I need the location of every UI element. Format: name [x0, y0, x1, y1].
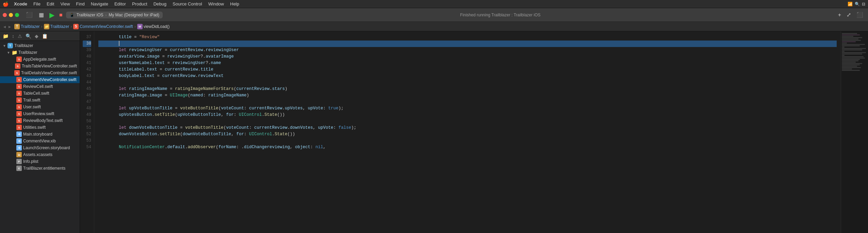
breadcrumb-file-icon: S — [73, 24, 79, 29]
stop-button[interactable]: ■ — [58, 11, 64, 19]
sidebar-item-group[interactable]: ▼ 📁 Trailblazer — [0, 49, 80, 56]
sidebar-item-commentvc[interactable]: S CommentViewController.swift — [0, 76, 80, 83]
sidebar-label-trail: Trail.swift — [23, 98, 40, 103]
editor-area: 37 38 39 40 41 42 43 44 45 46 47 48 49 5… — [80, 31, 868, 233]
sidebar-label-commentxib: CommentView.xib — [23, 139, 56, 143]
code-line-40: avatarView.image = reviewingUser?.avatar… — [98, 53, 837, 60]
swift-icon-user: S — [16, 104, 22, 110]
nav-back-button[interactable]: ◂ — [3, 24, 6, 29]
menubar-right: 📶 🔍 ⊟ — [848, 2, 865, 6]
search-icon-menu[interactable]: 🔍 — [855, 2, 860, 6]
menubar-debug[interactable]: Debug — [151, 1, 169, 7]
sidebar-label-appdelegate: AppDelegate.swift — [23, 57, 56, 62]
sidebar-item-entitlements[interactable]: E TrailBlazer.entitlements — [0, 165, 80, 172]
sidebar-item-mainstoryboard[interactable]: ⚙ Main.storyboard — [0, 131, 80, 138]
menubar-product[interactable]: Product — [129, 1, 150, 7]
sidebar-item-reviewbody[interactable]: S ReviewBodyText.swift — [0, 117, 80, 124]
sidebar-warning-icon[interactable]: ⚠ — [16, 33, 23, 40]
menubar-navigate[interactable]: Navigate — [88, 1, 111, 7]
library-button[interactable]: ⤢ — [845, 10, 853, 19]
menubar-help[interactable]: Help — [227, 1, 242, 7]
sidebar-item-launchstoryboard[interactable]: ⚙ LaunchScreen.storyboard — [0, 144, 80, 151]
sidebar-item-appdelegate[interactable]: S AppDelegate.swift — [0, 56, 80, 63]
code-line-37: title = "Review" — [98, 34, 837, 41]
swift-icon-tablecell: S — [16, 91, 22, 96]
sidebar-item-traildetails[interactable]: S TrailDetailsViewController.swift — [0, 69, 80, 76]
sidebar-folder-icon[interactable]: 📁 — [1, 33, 10, 40]
menubar-editor[interactable]: Editor — [112, 1, 129, 7]
breadcrumb-file[interactable]: CommentViewController.swift — [80, 24, 133, 29]
breadcrumb-method[interactable]: viewDidLoad() — [144, 24, 170, 29]
sidebar-source-control-icon[interactable]: ↕ — [11, 33, 16, 40]
sidebar-search-icon[interactable]: 🔍 — [24, 33, 33, 40]
line-num-42: 42 — [83, 66, 91, 73]
inspector-toggle-button[interactable]: ⬛ — [854, 10, 865, 19]
storyboard-icon-launch: ⚙ — [16, 145, 22, 151]
line-num-38: 38 — [83, 41, 91, 47]
storyboard-icon-main: ⚙ — [16, 131, 22, 137]
sidebar-item-trail[interactable]: S Trail.swift — [0, 97, 80, 104]
line-num-44: 44 — [83, 79, 91, 86]
nav-forward-button[interactable]: ▸ — [8, 24, 12, 29]
code-content[interactable]: title = "Review" let reviewingUser = cur… — [94, 31, 841, 233]
destination-label: My Mac (Designed for iPad) — [109, 13, 159, 17]
code-editor[interactable]: 37 38 39 40 41 42 43 44 45 46 47 48 49 5… — [80, 31, 868, 233]
menubar-source-control[interactable]: Source Control — [170, 1, 205, 7]
fullscreen-button[interactable] — [15, 13, 19, 17]
sidebar-item-tablecell[interactable]: S TableCell.swift — [0, 90, 80, 97]
menubar-view[interactable]: View — [58, 1, 73, 7]
line-num-46: 46 — [83, 92, 91, 99]
menubar-xcode[interactable]: Xcode — [11, 1, 30, 7]
minimize-button[interactable] — [9, 13, 13, 17]
project-icon: T — [7, 43, 13, 48]
breadcrumb-project-icon: T — [14, 24, 20, 29]
breadcrumb-folder[interactable]: Trailblazer — [50, 24, 69, 29]
file-tree: ▼ T Trailblazer ▼ 📁 Trailblazer S AppDel… — [0, 41, 80, 173]
swift-icon-userreview: S — [16, 111, 22, 117]
sidebar-item-trailstable[interactable]: S TrailsTableViewController.swift — [0, 63, 80, 69]
menubar-find[interactable]: Find — [73, 1, 87, 7]
control-center-icon[interactable]: ⊟ — [862, 2, 865, 6]
sidebar-item-plist[interactable]: P Info.plist — [0, 158, 80, 165]
tree-arrow-group: ▼ — [7, 51, 10, 55]
code-line-42: titleLabel.text = currentReview.title — [98, 66, 837, 73]
sidebar-item-user[interactable]: S User.swift — [0, 104, 80, 110]
sidebar-label-group: Trailblazer — [18, 50, 37, 55]
sidebar-toggle-button[interactable]: ⬛ — [24, 10, 35, 19]
sidebar-item-utilities[interactable]: S Utilities.swift — [0, 124, 80, 131]
scheme-selector[interactable]: 📱 Trailblazer iOS › My Mac (Designed for… — [66, 12, 163, 18]
sidebar-label-utilities: Utilities.swift — [23, 125, 46, 130]
close-button[interactable] — [3, 13, 7, 17]
code-line-48: let upVoteButtonTitle = voteButtonTitle(… — [98, 105, 837, 112]
sidebar-breakpoint-icon[interactable]: ◆ — [33, 33, 40, 40]
sidebar-item-root[interactable]: ▼ T Trailblazer — [0, 42, 80, 49]
line-num-54: 54 — [83, 144, 91, 151]
breadcrumb-project[interactable]: Trailblazer — [21, 24, 40, 29]
sidebar-label-userreview: UserReview.swift — [23, 111, 54, 116]
sidebar-item-reviewcell[interactable]: S ReviewCell.swift — [0, 83, 80, 90]
line-num-49: 49 — [83, 112, 91, 118]
sidebar-item-assets[interactable]: 🗂 Assets.xcassets — [0, 151, 80, 158]
sidebar-label-tablecell: TableCell.swift — [23, 91, 49, 96]
swift-icon-reviewcell: S — [16, 84, 22, 89]
group-icon: 📁 — [12, 50, 17, 55]
menubar-edit[interactable]: Edit — [44, 1, 57, 7]
status-icons: 📶 🔍 ⊟ — [848, 2, 865, 6]
apple-menu[interactable]: 🍎 — [3, 1, 9, 7]
sidebar-label-plist: Info.plist — [23, 159, 38, 164]
menubar-file[interactable]: File — [31, 1, 43, 7]
menubar: 🍎 Xcode File Edit View Find Navigate Edi… — [0, 0, 868, 8]
sidebar-item-userreview[interactable]: S UserReview.swift — [0, 110, 80, 117]
swift-icon-commentvc: S — [16, 77, 22, 82]
code-line-38 — [98, 41, 837, 47]
sidebar-report-icon[interactable]: 📋 — [41, 33, 49, 40]
code-line-46: ratingImage.image = UIImage(named: ratin… — [98, 92, 837, 99]
line-num-52: 52 — [83, 131, 91, 138]
add-button[interactable]: + — [836, 10, 843, 19]
navigator-toggle-button[interactable]: ▦ — [37, 10, 46, 19]
run-button[interactable]: ▶ — [48, 10, 56, 20]
sidebar-item-commentxib[interactable]: ⚙ CommentView.xib — [0, 138, 80, 144]
menubar-window[interactable]: Window — [206, 1, 227, 7]
build-status: Finished running Trailblazer : Trailblaz… — [167, 13, 834, 17]
breadcrumb-folder-icon: 📁 — [44, 24, 49, 29]
